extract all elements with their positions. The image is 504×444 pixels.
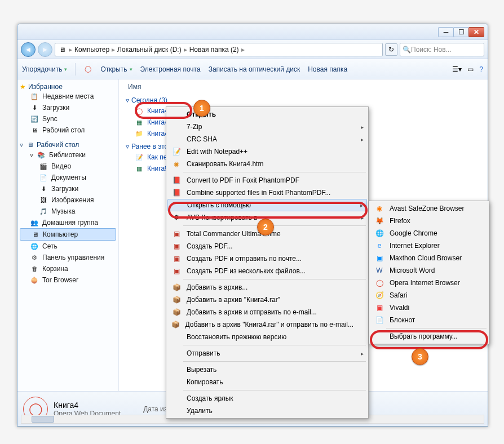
desktop-header[interactable]: ▿ 🖥Рабочий стол: [20, 140, 116, 149]
preview-button[interactable]: ▭: [467, 65, 474, 73]
ctx-crc[interactable]: CRC SHA: [167, 133, 367, 145]
email-button[interactable]: Электронная почта: [140, 65, 201, 73]
images-icon: 🖼: [39, 196, 48, 205]
back-button[interactable]: ◄: [21, 42, 36, 57]
maximize-button[interactable]: ☐: [453, 27, 469, 37]
ctx-pdf1[interactable]: 📕Convert to PDF in Foxit PhantomPDF: [167, 174, 367, 187]
app-maxthon[interactable]: ▣Maxthon Cloud Browser: [370, 252, 488, 264]
sidebar-trash[interactable]: 🗑Корзина: [20, 263, 116, 274]
libraries-icon: 📚: [37, 150, 46, 159]
app-word[interactable]: WMicrosoft Word: [370, 264, 488, 277]
view-button[interactable]: ☰▾: [452, 65, 462, 73]
firefox-icon: 🦊: [374, 217, 385, 225]
sidebar-controlpanel[interactable]: ⚙Панель управления: [20, 252, 116, 263]
ctx-delete[interactable]: Удалить: [167, 405, 367, 417]
ctx-archive2[interactable]: 📦Добавить в архив "Книга4.rar": [167, 294, 367, 306]
close-button[interactable]: ✕: [468, 27, 484, 37]
burn-button[interactable]: Записать на оптический диск: [209, 65, 300, 73]
minimize-icon: ─: [444, 28, 449, 36]
ctx-npp[interactable]: 📝Edit with Notepad++: [167, 145, 367, 158]
rar-icon: 📦: [171, 296, 182, 304]
crumb-computer[interactable]: Компьютер: [74, 46, 109, 54]
column-name[interactable]: Имя: [125, 83, 482, 93]
app-opera[interactable]: ◯Opera Internet Browser: [370, 277, 488, 289]
sidebar-sync[interactable]: 🔄Sync: [20, 113, 116, 125]
badge-3: 3: [412, 348, 428, 365]
label: Edit with Notepad++: [187, 148, 247, 156]
ctx-7zip[interactable]: 7-Zip: [167, 121, 367, 133]
group-today[interactable]: ▿ Сегодня (3): [126, 96, 482, 104]
app-notepad[interactable]: 📄Блокнот: [370, 314, 488, 326]
label: 7-Zip: [187, 123, 202, 131]
minimize-button[interactable]: ─: [438, 27, 454, 37]
crumb-drive[interactable]: Локальный диск (D:): [117, 46, 182, 54]
ctx-archive4[interactable]: 📦Добавить в архив "Книга4.rar" и отправи…: [167, 318, 367, 331]
ctx-copy[interactable]: Копировать: [167, 376, 367, 388]
forward-button[interactable]: ►: [38, 42, 52, 57]
sidebar-tor[interactable]: 🧅Tor Browser: [20, 274, 116, 286]
ctx-openwith[interactable]: Открыть с помощью: [167, 199, 367, 211]
app-choose[interactable]: Выбрать программу...: [370, 330, 488, 343]
sidebar-homegroup[interactable]: 👥Домашняя группа: [20, 217, 116, 228]
desktop-icon: 🖥: [25, 140, 34, 149]
help-button[interactable]: ?: [479, 65, 483, 73]
chrome-icon: 🌐: [374, 229, 385, 237]
ctx-cpdf1[interactable]: ▣Создать PDF...: [167, 240, 367, 252]
separator: [75, 63, 76, 76]
app-firefox[interactable]: 🦊Firefox: [370, 215, 488, 227]
organize-button[interactable]: Упорядочить: [22, 65, 67, 73]
avast-icon: ◉: [374, 205, 385, 212]
excel-icon: ▦: [135, 118, 144, 127]
crumb-folder[interactable]: Новая папка (2): [189, 46, 239, 54]
pdf-icon: 📕: [171, 176, 182, 184]
label: Рабочий стол: [42, 126, 85, 134]
vivaldi-icon: ▣: [374, 304, 385, 312]
ctx-shortcut[interactable]: Создать ярлык: [167, 392, 367, 405]
sidebar-libraries[interactable]: ▿📚Библиотеки: [20, 149, 116, 161]
sidebar-music[interactable]: 🎵Музыка: [20, 206, 116, 217]
open-button[interactable]: Открыть: [100, 65, 132, 73]
nav-bar: ◄ ► 🖥 ▸ Компьютер ▸ Локальный диск (D:) …: [17, 40, 488, 59]
sidebar-recent[interactable]: 📋Недавние места: [20, 91, 116, 102]
app-safari[interactable]: 🧭Safari: [370, 289, 488, 301]
app-vivaldi[interactable]: ▣Vivaldi: [370, 301, 488, 314]
ctx-pdf2[interactable]: 📕Combine supported files in Foxit Phanto…: [167, 187, 367, 199]
titlebar: ─ ☐ ✕: [17, 24, 488, 40]
newfolder-button[interactable]: Новая папка: [308, 65, 347, 73]
refresh-button[interactable]: ↻: [385, 43, 397, 56]
label: Google Chrome: [390, 229, 437, 237]
label: Домашняя группа: [42, 219, 98, 227]
search-box[interactable]: 🔍 Поиск: Нов...: [400, 43, 484, 56]
favorites-header[interactable]: ★Избранное: [20, 83, 116, 91]
cp-icon: ⚙: [30, 253, 39, 262]
ctx-scan[interactable]: ◉Сканировать Книга4.htm: [167, 158, 367, 170]
app-chrome[interactable]: 🌐Google Chrome: [370, 227, 488, 239]
ctx-send[interactable]: Отправить: [167, 347, 367, 359]
ctx-cut[interactable]: Вырезать: [167, 363, 367, 376]
sidebar-downloads[interactable]: ⬇Загрузки: [20, 102, 116, 113]
sidebar-docs[interactable]: 📄Документы: [20, 172, 116, 183]
label: Сегодня (3): [131, 96, 167, 104]
sidebar-computer[interactable]: 🖥Компьютер: [20, 228, 116, 241]
sidebar-desktop[interactable]: 🖥Рабочий стол: [20, 125, 116, 136]
sidebar-images[interactable]: 🖼Изображения: [20, 194, 116, 206]
app-avast[interactable]: ◉Avast SafeZone Browser: [370, 202, 488, 215]
label: Документы: [51, 174, 86, 181]
sidebar-network[interactable]: 🌐Сеть: [20, 241, 116, 252]
label: Добавить в архив "Книга4.rar": [187, 296, 280, 304]
ctx-archive3[interactable]: 📦Добавить в архив и отправить по e-mail.…: [167, 306, 367, 318]
sidebar-dl2[interactable]: ⬇Загрузки: [20, 183, 116, 194]
trash-icon: 🗑: [30, 264, 39, 273]
label: CRC SHA: [187, 135, 217, 143]
app-ie[interactable]: eInternet Explorer: [370, 239, 488, 252]
ctx-cpdf3[interactable]: ▣Создать PDF из нескольких файлов...: [167, 265, 367, 277]
ctx-restore[interactable]: Восстановить прежнюю версию: [167, 331, 367, 343]
sidebar-video[interactable]: 🎬Видео: [20, 161, 116, 172]
label: Отправить: [187, 349, 220, 357]
label: Компьютер: [43, 230, 78, 238]
excel-icon: ▦: [135, 164, 144, 173]
address-bar[interactable]: 🖥 ▸ Компьютер ▸ Локальный диск (D:) ▸ Но…: [55, 43, 383, 56]
ctx-cpdf2[interactable]: ▣Создать PDF и отправить по почте...: [167, 252, 367, 265]
label: Панель управления: [42, 254, 104, 261]
ctx-archive1[interactable]: 📦Добавить в архив...: [167, 281, 367, 294]
